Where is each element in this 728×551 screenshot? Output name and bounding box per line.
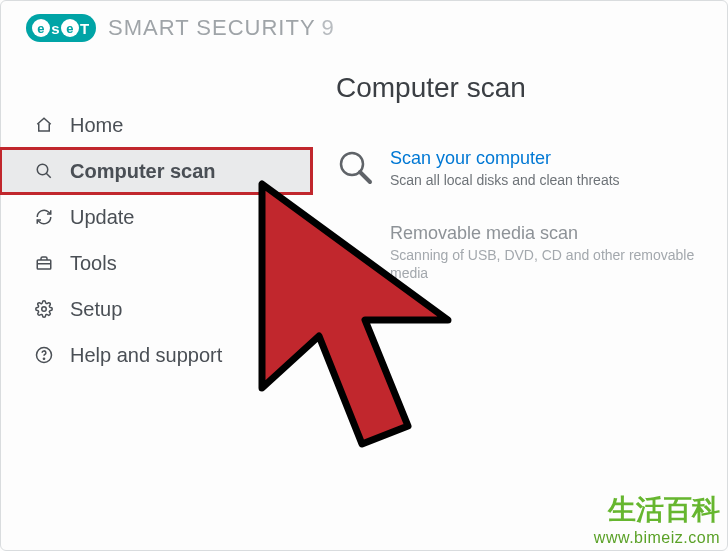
product-version: 9 xyxy=(322,15,334,41)
sidebar-item-label: Tools xyxy=(70,252,117,275)
product-name: SMART SECURITY xyxy=(108,15,316,41)
sidebar-item-home[interactable]: Home xyxy=(0,102,312,148)
app-body: Home Computer scan Update Tools xyxy=(0,52,728,543)
option-title: Scan your computer xyxy=(390,148,620,169)
option-desc: Scan all local disks and clean threats xyxy=(390,171,620,189)
sidebar-item-label: Update xyxy=(70,206,135,229)
sidebar-item-help[interactable]: Help and support xyxy=(0,332,312,378)
svg-point-6 xyxy=(43,358,44,359)
svg-line-1 xyxy=(46,173,51,178)
option-text: Scan your computer Scan all local disks … xyxy=(390,148,620,189)
main-panel: Computer scan Scan your computer Scan al… xyxy=(312,52,728,543)
sidebar-item-label: Setup xyxy=(70,298,122,321)
home-icon xyxy=(34,115,54,135)
sidebar-item-label: Home xyxy=(70,114,123,137)
gear-icon xyxy=(34,299,54,319)
search-icon xyxy=(34,161,54,181)
page-title: Computer scan xyxy=(336,72,704,104)
magnifier-icon xyxy=(336,148,376,188)
eset-logo-badge: eseT xyxy=(26,14,96,42)
app-window: eseT SMART SECURITY 9 Home Computer scan xyxy=(0,0,728,551)
app-header: eseT SMART SECURITY 9 xyxy=(0,0,728,52)
option-removable-media-scan[interactable]: Removable media scan Scanning of USB, DV… xyxy=(336,223,704,282)
svg-line-8 xyxy=(360,172,370,182)
option-desc: Scanning of USB, DVD, CD and other remov… xyxy=(390,246,704,282)
sidebar-item-setup[interactable]: Setup xyxy=(0,286,312,332)
sidebar-item-label: Computer scan xyxy=(70,160,216,183)
sidebar-item-update[interactable]: Update xyxy=(0,194,312,240)
option-scan-your-computer[interactable]: Scan your computer Scan all local disks … xyxy=(336,148,704,189)
sidebar-item-tools[interactable]: Tools xyxy=(0,240,312,286)
svg-point-4 xyxy=(42,307,47,312)
sidebar-item-label: Help and support xyxy=(70,344,222,367)
sidebar: Home Computer scan Update Tools xyxy=(0,52,312,543)
help-icon xyxy=(34,345,54,365)
eset-logo: eseT xyxy=(26,14,96,42)
option-title: Removable media scan xyxy=(390,223,704,244)
sidebar-item-computer-scan[interactable]: Computer scan xyxy=(0,148,312,194)
refresh-icon xyxy=(34,207,54,227)
option-text: Removable media scan Scanning of USB, DV… xyxy=(390,223,704,282)
svg-point-0 xyxy=(37,164,48,175)
briefcase-icon xyxy=(34,253,54,273)
